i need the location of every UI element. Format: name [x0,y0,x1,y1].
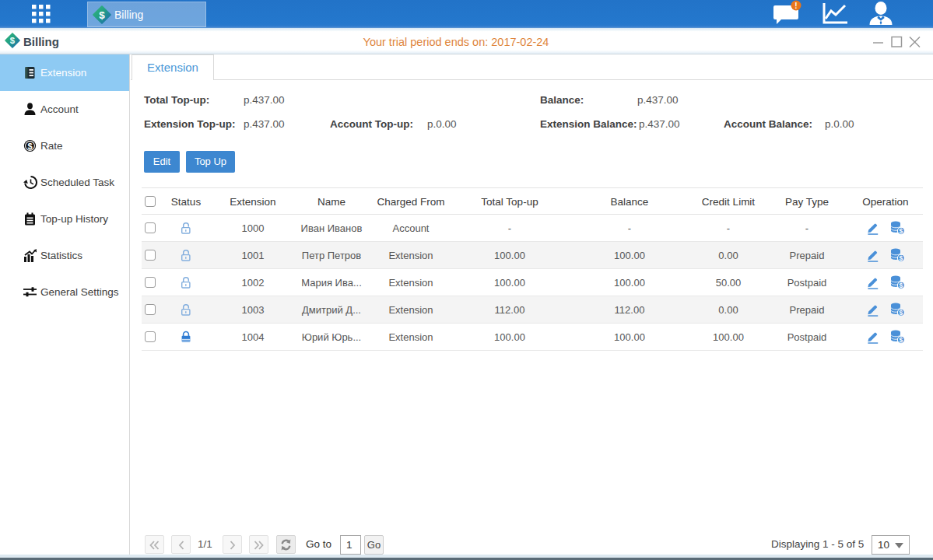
svg-text:$: $ [27,142,32,151]
svg-text:$: $ [99,9,105,21]
svg-text:!: ! [794,2,797,10]
